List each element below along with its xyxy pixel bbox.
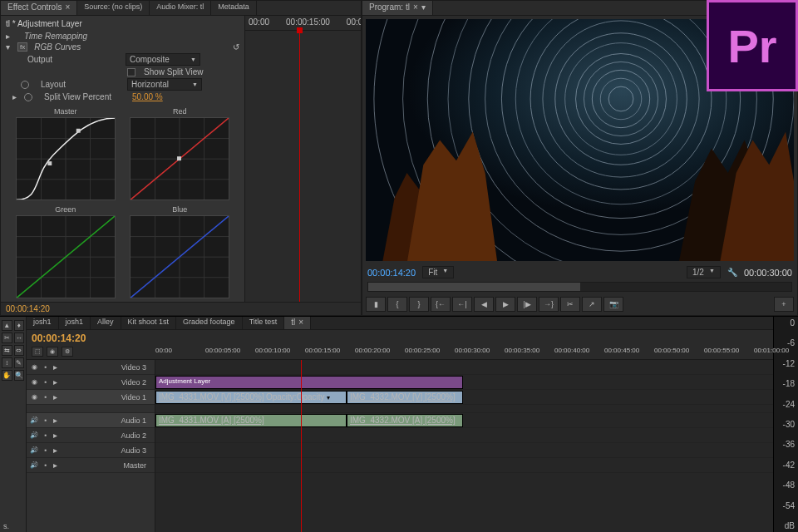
wrench-icon[interactable]: 🔧 (727, 268, 737, 277)
zoom-fit-dropdown[interactable]: Fit▼ (422, 266, 454, 278)
lock-icon[interactable]: ▪ (42, 461, 50, 470)
hand-tool[interactable]: ✋ (2, 370, 12, 381)
play-button[interactable]: ▶ (495, 297, 515, 312)
timeline-timecode[interactable]: 00:00:14:20 (32, 332, 86, 344)
track-lane-a3[interactable] (155, 443, 773, 458)
lock-icon[interactable]: ▪ (42, 378, 50, 387)
mark-out-icon-button[interactable]: } (409, 297, 429, 312)
track-header[interactable]: ◉▪▸Video 2 (27, 375, 155, 390)
toggle-track-icon[interactable]: 🔊 (30, 431, 38, 440)
curve-master[interactable] (16, 117, 116, 200)
snap-button[interactable]: ⬚ (32, 347, 43, 357)
chevron-right-icon[interactable]: ▸ (53, 431, 60, 440)
pen-tool[interactable]: ✎ (14, 357, 25, 368)
clip-video-2[interactable]: IMG_4332.MOV [V] [2500%] (347, 391, 463, 404)
timeline-playhead[interactable] (301, 360, 302, 532)
toggle-track-icon[interactable]: 🔊 (30, 416, 38, 425)
step-forward-button[interactable]: |▶ (517, 297, 537, 312)
stopwatch-icon[interactable] (21, 81, 29, 89)
chevron-down-icon[interactable]: ▾ (6, 42, 12, 52)
track-header[interactable]: ◉▪▸Video 1 (27, 390, 155, 405)
go-to-in-button[interactable]: {← (431, 297, 451, 312)
seq-tab[interactable]: Alley (91, 317, 121, 329)
lock-icon[interactable]: ▪ (42, 416, 50, 425)
output-dropdown[interactable]: Composite▼ (126, 53, 200, 66)
mark-in-icon-button[interactable]: { (387, 297, 407, 312)
clip-adjustment-layer[interactable]: Adjustment Layer (155, 376, 463, 389)
ripple-edit-tool[interactable]: ✂ (2, 332, 12, 343)
reset-icon[interactable]: ↺ (233, 42, 239, 52)
track-header[interactable]: 🔊▪▸Audio 3 (27, 443, 155, 458)
chevron-right-icon[interactable]: ▸ (6, 32, 12, 41)
chevron-right-icon[interactable]: ▸ (53, 392, 60, 401)
track-lane-v3[interactable] (155, 360, 773, 375)
rolling-edit-tool[interactable]: ↔ (14, 332, 25, 343)
curve-green[interactable] (16, 215, 116, 298)
lock-icon[interactable]: ▪ (42, 446, 50, 455)
chevron-right-icon[interactable]: ▸ (53, 362, 60, 372)
scrubber-thumb[interactable] (368, 283, 580, 291)
mini-playhead[interactable] (299, 31, 300, 302)
effect-mini-timeline[interactable]: 00:0000:00:15:0000:0 (244, 16, 361, 302)
chevron-right-icon[interactable]: ▸ (53, 446, 60, 455)
seq-tab[interactable]: Title test (243, 317, 285, 329)
curve-red[interactable] (130, 117, 229, 200)
toggle-track-icon[interactable]: 🔊 (30, 446, 38, 455)
track-header[interactable]: 🔊▪▸Master (27, 458, 155, 473)
go-to-out-button[interactable]: →} (539, 297, 559, 312)
effect-controls-timecode[interactable]: 00:00:14:20 (1, 302, 361, 315)
toggle-track-icon[interactable]: ◉ (30, 378, 38, 387)
lift-button[interactable]: ✂ (560, 297, 580, 312)
chevron-right-icon[interactable]: ▸ (12, 92, 19, 101)
rate-stretch-tool[interactable]: ⇆ (2, 345, 12, 356)
step-back-button[interactable]: ←| (452, 297, 472, 312)
track-lane-v1[interactable]: IMG_4331.MOV [V] [2500%] Opacity:Opacity… (155, 390, 773, 405)
program-scrubber[interactable] (367, 282, 792, 292)
track-select-tool[interactable]: ♦ (14, 320, 25, 331)
close-icon[interactable]: × (298, 318, 303, 327)
lock-icon[interactable]: ▪ (42, 393, 50, 401)
selection-tool[interactable]: ▲ (2, 320, 12, 331)
tab-effect-controls[interactable]: Effect Controls× (1, 1, 77, 15)
lock-icon[interactable]: ▪ (42, 363, 50, 372)
track-header[interactable]: 🔊▪▸Audio 2 (27, 428, 155, 443)
toggle-track-icon[interactable]: 🔊 (30, 461, 38, 470)
seq-tab[interactable]: Kit shoot 1st (121, 317, 177, 329)
settings-button[interactable]: ⚙ (62, 347, 73, 357)
play-reverse-button[interactable]: ◀ (474, 297, 494, 312)
resolution-dropdown[interactable]: 1/2▼ (687, 266, 721, 278)
chevron-right-icon[interactable]: ▸ (53, 377, 60, 387)
export-frame-button[interactable]: 📷 (603, 297, 623, 312)
close-icon[interactable]: × (65, 2, 70, 12)
seq-tab[interactable]: josh1 (59, 317, 91, 329)
layout-dropdown[interactable]: Horizontal▼ (127, 78, 202, 91)
lock-icon[interactable]: ▪ (42, 431, 50, 440)
chevron-down-icon[interactable]: ▾ (421, 2, 426, 12)
tab-program[interactable]: Program: tl×▾ (362, 1, 433, 15)
track-content[interactable]: Adjustment Layer IMG_4331.MOV [V] [2500%… (155, 360, 773, 532)
close-icon[interactable]: × (413, 2, 418, 12)
curve-blue[interactable] (130, 215, 229, 298)
mark-in-button[interactable]: ▮ (366, 297, 386, 312)
timeline-ruler[interactable]: 00:0000:00:05:0000:00:10:0000:00:15:0000… (155, 347, 773, 359)
track-lane-v2[interactable]: Adjustment Layer (155, 375, 773, 390)
effect-rgb-curves[interactable]: RGB Curves (34, 42, 81, 52)
tab-source[interactable]: Source: (no clips) (77, 1, 150, 15)
extract-button[interactable]: ↗ (582, 297, 602, 312)
split-percent-value[interactable]: 50.00 % (132, 92, 163, 101)
clip-video-1[interactable]: IMG_4331.MOV [V] [2500%] Opacity:Opacity… (155, 391, 347, 404)
track-lane-a1[interactable]: IMG_4331.MOV [A] [2500%] IMG_4332.MOV [A… (155, 413, 773, 428)
track-lane-a2[interactable] (155, 428, 773, 443)
tab-audio-mixer[interactable]: Audio Mixer: tl (150, 1, 211, 15)
tab-metadata[interactable]: Metadata (211, 1, 257, 15)
clip-audio-1[interactable]: IMG_4331.MOV [A] [2500%] (155, 414, 347, 427)
chevron-right-icon[interactable]: ▸ (53, 416, 60, 425)
seq-tab[interactable]: josh1 (27, 317, 59, 329)
razor-tool[interactable]: ⇔ (14, 345, 25, 356)
track-lane-master[interactable] (155, 458, 773, 473)
show-split-checkbox[interactable] (127, 68, 135, 76)
toggle-track-icon[interactable]: ◉ (30, 363, 38, 372)
toggle-track-icon[interactable]: ◉ (30, 393, 38, 401)
track-header[interactable]: ◉▪▸Video 3 (27, 360, 155, 375)
add-button[interactable]: + (774, 297, 794, 312)
